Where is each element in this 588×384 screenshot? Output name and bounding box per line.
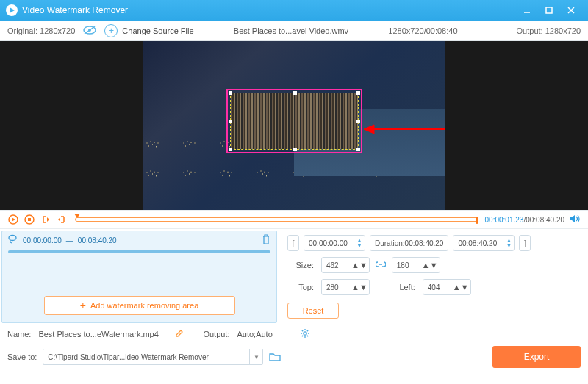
seek-thumb[interactable] — [74, 214, 80, 218]
reset-button[interactable]: Reset — [287, 303, 339, 319]
segment-range-bar[interactable] — [8, 250, 270, 253]
plus-icon: + — [80, 300, 86, 311]
spin-down[interactable]: ▼ — [356, 243, 363, 248]
change-source-label: Change Source File — [122, 26, 193, 35]
titlebar: Video Watermark Remover — [0, 0, 588, 21]
range-start-bracket-button[interactable]: [ — [287, 235, 299, 251]
range-end-bracket-button[interactable]: ] — [519, 235, 531, 251]
close-button[interactable] — [560, 3, 582, 18]
spin-up[interactable]: ▲ — [422, 261, 430, 269]
app-logo-icon — [6, 4, 18, 16]
svg-point-17 — [9, 236, 16, 241]
width-spinner[interactable]: 462 ▲▼ — [321, 257, 370, 273]
delete-segment-icon[interactable] — [262, 234, 270, 246]
properties-panel: [ 00:00:00.00 ▲▼ Duration:00:08:40.20 00… — [279, 229, 588, 325]
seek-end — [476, 217, 478, 224]
segment-row[interactable]: 00:00:00.00 — 00:08:40.20 — [2, 231, 276, 249]
left-label: Left: — [389, 283, 415, 291]
svg-point-18 — [304, 332, 306, 335]
add-watermark-area-button[interactable]: + Add watermark removing area — [44, 296, 235, 315]
app-title: Video Watermark Remover — [22, 5, 516, 15]
left-spinner[interactable]: 404 ▲▼ — [423, 279, 471, 295]
mark-out-button[interactable] — [56, 214, 68, 225]
footer: Name: Output: Save to: C:\Tipard Studio\… — [0, 325, 588, 371]
range-start-spinner[interactable]: 00:00:00.00 ▲▼ — [304, 235, 365, 251]
original-label: Original: 1280x720 — [7, 26, 75, 35]
video-preview — [0, 41, 588, 210]
toolbar: Original: 1280x720 + Change Source File … — [0, 21, 588, 41]
segments-panel: 00:00:00.00 — 00:08:40.20 + Add watermar… — [1, 231, 277, 323]
time-range-row: [ 00:00:00.00 ▲▼ Duration:00:08:40.20 00… — [287, 235, 579, 251]
save-path-box: C:\Tipard Studio\Tipar...ideo Watermark … — [43, 349, 263, 365]
change-source-button[interactable]: + Change Source File — [104, 24, 193, 37]
duration-display: Duration:00:08:40.20 — [370, 235, 448, 251]
spin-down[interactable]: ▼ — [359, 283, 368, 291]
add-area-label: Add watermark removing area — [90, 301, 198, 310]
svg-marker-9 — [364, 125, 374, 134]
footer-name-row: Name: Output: — [0, 325, 588, 343]
preview-toggle-icon[interactable] — [82, 25, 97, 37]
top-spinner[interactable]: 280 ▲▼ — [321, 279, 370, 295]
segment-end: 00:08:40.20 — [78, 236, 117, 244]
spin-up[interactable]: ▲ — [453, 283, 461, 291]
size-row: Size: 462 ▲▼ 180 ▲▼ — [287, 257, 579, 273]
time-display: 00:00:01.23/00:08:40.20 — [485, 216, 564, 224]
edit-name-icon[interactable] — [175, 329, 184, 339]
segment-start: 00:00:00.00 — [23, 236, 62, 244]
save-path-dropdown[interactable]: ▼ — [249, 349, 262, 364]
maximize-button[interactable] — [538, 3, 560, 18]
position-row: Top: 280 ▲▼ Left: 404 ▲▼ — [287, 279, 579, 295]
resize-handle[interactable] — [356, 91, 360, 95]
svg-marker-14 — [47, 217, 49, 222]
resize-handle[interactable] — [293, 148, 297, 151]
resize-handle[interactable] — [356, 148, 360, 151]
height-spinner[interactable]: 180 ▲▼ — [392, 257, 440, 273]
output-format-input[interactable] — [235, 328, 294, 340]
play-button[interactable] — [7, 214, 19, 225]
svg-marker-0 — [10, 7, 15, 13]
svg-marker-11 — [12, 218, 16, 222]
export-button[interactable]: Export — [492, 346, 581, 368]
playback-controls: 00:00:01.23/00:08:40.20 — [0, 210, 588, 229]
size-label: Size: — [287, 261, 314, 269]
svg-rect-13 — [28, 218, 31, 221]
stop-button[interactable] — [24, 214, 35, 225]
resize-handle[interactable] — [229, 148, 232, 151]
spin-down[interactable]: ▼ — [505, 243, 512, 248]
range-end-spinner[interactable]: 00:08:40.20 ▲▼ — [453, 235, 514, 251]
open-folder-icon[interactable] — [269, 352, 281, 363]
volume-icon[interactable] — [569, 214, 581, 225]
spin-down[interactable]: ▼ — [359, 261, 368, 269]
save-path: C:\Tipard Studio\Tipar...ideo Watermark … — [43, 353, 249, 361]
resize-handle[interactable] — [293, 91, 297, 95]
selection-inner[interactable] — [230, 93, 359, 150]
output-label: Output: 1280x720 — [517, 26, 581, 35]
current-filename: Best Places to...avel Video.wmv — [201, 26, 381, 35]
spin-down[interactable]: ▼ — [461, 283, 469, 291]
spin-down[interactable]: ▼ — [430, 261, 438, 269]
main-panels: 00:00:00.00 — 00:08:40.20 + Add watermar… — [0, 229, 588, 325]
resolution-duration: 1280x720/00:08:40 — [388, 26, 457, 35]
name-input[interactable] — [37, 328, 169, 340]
link-aspect-icon[interactable] — [376, 260, 386, 270]
resize-handle[interactable] — [229, 91, 232, 95]
mark-in-button[interactable] — [40, 214, 51, 225]
annotation-arrow-icon — [364, 123, 445, 135]
svg-marker-16 — [570, 215, 575, 222]
seek-bar[interactable] — [75, 217, 478, 222]
output-settings-icon[interactable] — [300, 328, 310, 340]
name-label: Name: — [7, 330, 31, 338]
spin-up[interactable]: ▲ — [351, 261, 359, 269]
svg-rect-2 — [546, 7, 552, 13]
top-label: Top: — [287, 283, 314, 291]
spin-up[interactable]: ▲ — [351, 283, 359, 291]
footer-save-row: Save to: C:\Tipard Studio\Tipar...ideo W… — [0, 343, 588, 371]
lasso-icon — [8, 234, 18, 246]
resize-handle[interactable] — [356, 120, 360, 123]
minimize-button[interactable] — [516, 3, 538, 18]
resize-handle[interactable] — [229, 120, 232, 123]
plus-circle-icon: + — [104, 24, 118, 37]
output-label: Output: — [203, 330, 229, 338]
save-to-label: Save to: — [7, 352, 37, 361]
svg-marker-15 — [58, 217, 60, 222]
